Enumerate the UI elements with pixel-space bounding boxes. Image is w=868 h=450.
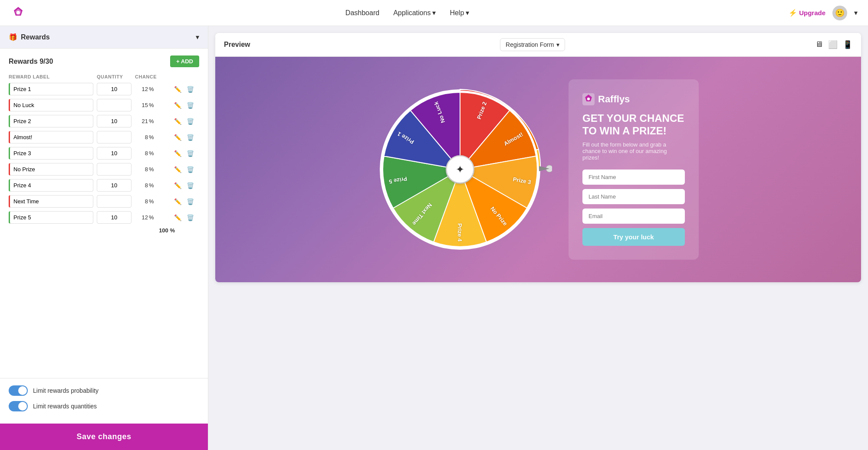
reward-chance-value: 8 [135,134,148,140]
reward-qty-input[interactable] [97,147,132,160]
reward-row: 12 % ✏️ 🗑️ [9,211,199,224]
rewards-header: Rewards 9/30 + ADD [9,55,199,67]
delete-reward-button[interactable]: 🗑️ [186,149,195,158]
toggle-probability[interactable] [9,385,28,396]
delete-reward-button[interactable]: 🗑️ [186,165,195,174]
reward-label-input[interactable] [9,99,93,111]
edit-reward-button[interactable]: ✏️ [173,85,182,94]
row-actions: ✏️ 🗑️ [173,133,199,142]
try-luck-button[interactable]: Try your luck [582,228,685,246]
form-selector[interactable]: Registration Form ▾ [500,38,565,51]
wheel-pointer [539,163,552,176]
delete-reward-button[interactable]: 🗑️ [186,85,195,94]
spin-wheel: ✦ [378,87,542,252]
reward-chance-value: 15 [135,102,148,108]
gift-icon: 🎁 [9,33,17,41]
email-field[interactable] [582,209,685,224]
desktop-view-icon[interactable]: 🖥 [815,40,823,49]
form-subtext: Fill out the form below and grab a chanc… [582,141,685,161]
reward-row: 8 % ✏️ 🗑️ [9,179,199,192]
add-reward-button[interactable]: + ADD [170,55,199,67]
reward-row: 8 % ✏️ 🗑️ [9,131,199,143]
reward-chance-cell: 12 % [135,86,170,92]
form-brand: Rafflys [582,93,685,105]
nav-center: Dashboard Applications ▾ Help ▾ [345,9,469,17]
reward-qty-input[interactable] [97,131,132,143]
row-actions: ✏️ 🗑️ [173,213,199,222]
reward-label-input[interactable] [9,211,93,224]
nav-help[interactable]: Help ▾ [450,9,469,17]
toggle-quantities[interactable] [9,401,28,411]
sidebar-collapse-icon[interactable]: ▾ [196,33,199,41]
delete-reward-button[interactable]: 🗑️ [186,101,195,110]
last-name-field[interactable] [582,189,685,204]
reward-row: 21 % ✏️ 🗑️ [9,115,199,127]
reward-label-input[interactable] [9,163,93,176]
reward-qty-input[interactable] [97,163,132,176]
reward-chance-value: 8 [135,150,148,157]
main-wrapper: 🎁 Rewards ▾ Rewards 9/30 + ADD REWARD LA… [0,0,868,450]
delete-reward-button[interactable]: 🗑️ [186,213,195,222]
user-menu-chevron[interactable]: ▾ [854,9,858,17]
reward-label-input[interactable] [9,147,93,160]
toggle-probability-row: Limit rewards probability [9,385,199,396]
reward-label-input[interactable] [9,83,93,95]
tablet-view-icon[interactable]: ⬜ [828,40,838,49]
preview-content: ✦ [215,57,861,282]
toggles-section: Limit rewards probability Limit rewards … [0,378,208,424]
percent-sign: % [149,150,154,157]
edit-reward-button[interactable]: ✏️ [173,213,182,222]
delete-reward-button[interactable]: 🗑️ [186,133,195,142]
reward-row: 8 % ✏️ 🗑️ [9,195,199,208]
edit-reward-button[interactable]: ✏️ [173,149,182,158]
reward-label-input[interactable] [9,195,93,208]
delete-reward-button[interactable]: 🗑️ [186,197,195,206]
reward-label-input[interactable] [9,131,93,143]
edit-reward-button[interactable]: ✏️ [173,181,182,190]
reward-qty-input[interactable] [97,211,132,224]
reward-row: 12 % ✏️ 🗑️ [9,83,199,95]
nav-right: ⚡ Upgrade 🙂 ▾ [789,6,858,20]
nav-dashboard[interactable]: Dashboard [345,9,379,17]
wheel-center-icon: ✦ [456,163,464,176]
reward-qty-input[interactable] [97,99,132,111]
first-name-field[interactable] [582,170,685,185]
col-header-qty: QUANTITY [97,74,132,79]
reward-chance-cell: 8 % [135,198,170,205]
reward-chance-value: 12 [135,214,148,221]
edit-reward-button[interactable]: ✏️ [173,117,182,126]
reward-chance-cell: 12 % [135,214,170,221]
reward-qty-input[interactable] [97,83,132,95]
reward-qty-input[interactable] [97,179,132,192]
logo[interactable] [10,5,26,21]
prize-form: Rafflys GET YOUR CHANCE TO WIN A PRIZE! … [569,79,699,260]
sidebar: 🎁 Rewards ▾ Rewards 9/30 + ADD REWARD LA… [0,26,208,450]
edit-reward-button[interactable]: ✏️ [173,101,182,110]
mobile-view-icon[interactable]: 📱 [843,40,852,49]
sidebar-content: Rewards 9/30 + ADD REWARD LABEL QUANTITY… [0,49,208,378]
reward-chance-value: 8 [135,198,148,205]
percent-sign: % [149,214,154,221]
preview-card: Preview Registration Form ▾ 🖥 ⬜ 📱 [215,33,861,282]
reward-qty-input[interactable] [97,195,132,208]
save-changes-button[interactable]: Save changes [0,424,208,450]
nav-applications[interactable]: Applications ▾ [393,9,436,17]
reward-label-input[interactable] [9,179,93,192]
reward-label-input[interactable] [9,115,93,127]
row-actions: ✏️ 🗑️ [173,117,199,126]
toggle-quantities-row: Limit rewards quantities [9,401,199,411]
edit-reward-button[interactable]: ✏️ [173,133,182,142]
delete-reward-button[interactable]: 🗑️ [186,117,195,126]
upgrade-button[interactable]: ⚡ Upgrade [789,9,825,17]
user-avatar[interactable]: 🙂 [832,6,847,20]
reward-chance-cell: 8 % [135,166,170,173]
edit-reward-button[interactable]: ✏️ [173,197,182,206]
percent-sign: % [149,134,154,140]
form-headline: GET YOUR CHANCE TO WIN A PRIZE! [582,112,685,137]
reward-qty-input[interactable] [97,115,132,127]
edit-reward-button[interactable]: ✏️ [173,165,182,174]
row-actions: ✏️ 🗑️ [173,197,199,206]
wheel-center: ✦ [447,157,473,183]
col-header-chance: CHANCE [135,74,170,79]
delete-reward-button[interactable]: 🗑️ [186,181,195,190]
